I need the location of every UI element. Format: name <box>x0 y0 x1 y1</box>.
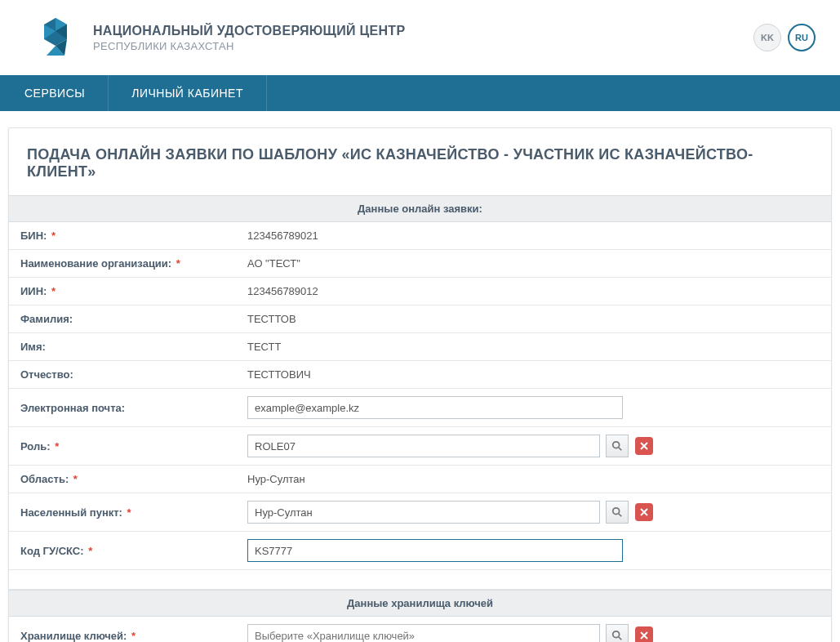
section-application-data: Данные онлайн заявки: <box>9 195 831 222</box>
iin-label: ИИН: <box>20 285 47 297</box>
city-label: Населенный пункт: <box>20 506 122 519</box>
row-keystore: Хранилище ключей: * <box>9 617 831 642</box>
row-email: Электронная почта: <box>9 389 831 427</box>
gucode-label: Код ГУ/СКС: <box>20 545 84 557</box>
page-title: ПОДАЧА ОНЛАЙН ЗАЯВКИ ПО ШАБЛОНУ «ИС КАЗН… <box>9 128 831 195</box>
nav-cabinet[interactable]: ЛИЧНЫЙ КАБИНЕТ <box>109 75 267 111</box>
row-city: Населенный пункт: * <box>9 493 831 532</box>
bin-label: БИН: <box>20 230 47 242</box>
required-mark: * <box>88 545 92 557</box>
lastname-value: ТЕСТТОВ <box>236 305 831 333</box>
close-icon <box>640 508 648 516</box>
firstname-label: Имя: <box>9 333 236 361</box>
section-keystore-data: Данные хранилища ключей <box>9 590 831 617</box>
svg-point-14 <box>613 631 620 638</box>
row-lastname: Фамилия: ТЕСТТОВ <box>9 305 831 333</box>
city-clear-button[interactable] <box>635 503 653 521</box>
org-value: АО "ТЕСТ" <box>236 250 831 278</box>
close-icon <box>640 631 648 640</box>
row-org: Наименование организации: * АО "ТЕСТ" <box>9 250 831 278</box>
svg-line-7 <box>619 448 622 451</box>
svg-point-6 <box>613 442 620 448</box>
search-icon <box>611 630 623 641</box>
email-label: Электронная почта: <box>9 389 236 427</box>
search-icon <box>611 506 623 518</box>
keystore-input[interactable] <box>247 624 600 642</box>
brand-subtitle: РЕСПУБЛИКИ КАЗАХСТАН <box>93 40 721 52</box>
gucode-input[interactable] <box>247 539 623 562</box>
svg-line-15 <box>619 637 622 640</box>
role-label: Роль: <box>20 440 51 453</box>
region-value: Нур-Султан <box>236 466 831 493</box>
required-mark: * <box>51 230 56 242</box>
role-input[interactable] <box>247 435 600 457</box>
region-label: Область: <box>20 473 69 485</box>
lang-kk-button[interactable]: KK <box>753 24 781 51</box>
city-input[interactable] <box>247 501 600 524</box>
brand-logo <box>33 15 78 60</box>
svg-line-11 <box>619 514 622 517</box>
required-mark: * <box>51 285 56 297</box>
firstname-value: ТЕСТТ <box>236 333 831 361</box>
email-input[interactable] <box>247 396 623 419</box>
role-search-button[interactable] <box>606 435 629 457</box>
middlename-value: ТЕСТТОВИЧ <box>236 361 831 389</box>
row-gucode: Код ГУ/СКС: * <box>9 532 831 570</box>
row-region: Область: * Нур-Султан <box>9 466 831 493</box>
bin-value: 123456789021 <box>236 222 831 250</box>
keystore-label: Хранилище ключей: <box>20 630 127 642</box>
org-label: Наименование организации: <box>20 257 171 270</box>
city-search-button[interactable] <box>606 501 629 524</box>
search-icon <box>611 440 623 452</box>
required-mark: * <box>55 440 59 453</box>
svg-point-10 <box>613 508 620 515</box>
required-mark: * <box>176 257 180 270</box>
brand-title: НАЦИОНАЛЬНЫЙ УДОСТОВЕРЯЮЩИЙ ЦЕНТР <box>93 24 721 38</box>
row-bin: БИН: * 123456789021 <box>9 222 831 250</box>
close-icon <box>640 442 648 450</box>
row-iin: ИИН: * 123456789012 <box>9 278 831 305</box>
row-middlename: Отчество: ТЕСТТОВИЧ <box>9 361 831 389</box>
required-mark: * <box>131 630 136 642</box>
required-mark: * <box>73 473 78 485</box>
row-firstname: Имя: ТЕСТТ <box>9 333 831 361</box>
required-mark: * <box>127 506 131 519</box>
row-role: Роль: * <box>9 427 831 466</box>
keystore-search-button[interactable] <box>606 624 629 642</box>
keystore-clear-button[interactable] <box>635 626 653 642</box>
nav-services[interactable]: СЕРВИСЫ <box>0 75 109 111</box>
role-clear-button[interactable] <box>635 437 653 455</box>
lang-ru-button[interactable]: RU <box>788 24 816 51</box>
lastname-label: Фамилия: <box>9 305 236 333</box>
middlename-label: Отчество: <box>9 361 236 389</box>
iin-value: 123456789012 <box>236 278 831 305</box>
